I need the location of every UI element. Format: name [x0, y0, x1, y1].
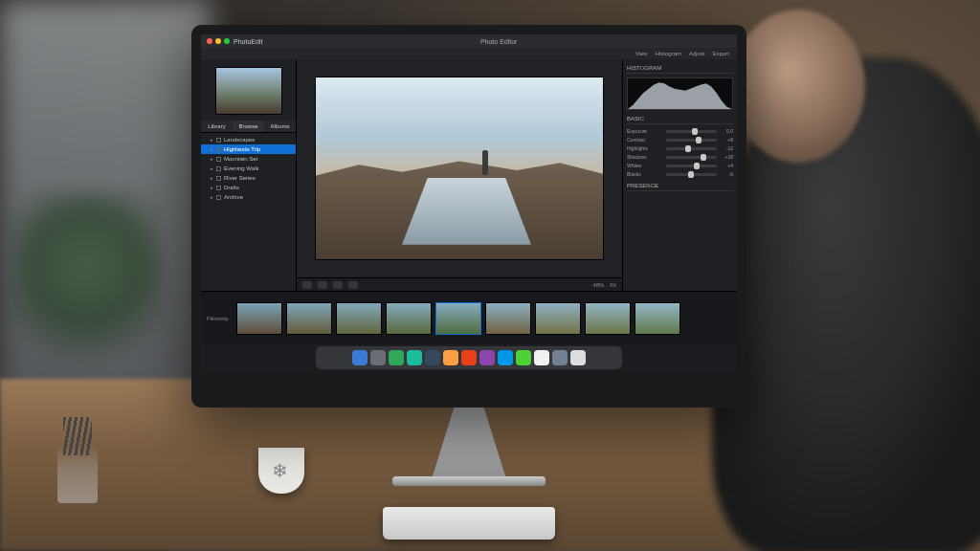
slider-knob[interactable] — [696, 137, 702, 143]
dock-app-icon[interactable] — [570, 350, 586, 365]
collection-label: Drafts — [224, 185, 239, 190]
compare-button[interactable] — [318, 281, 327, 289]
dock-app-icon[interactable] — [552, 350, 568, 365]
macos-dock — [316, 346, 622, 369]
dock-app-icon[interactable] — [370, 350, 386, 365]
maximize-button[interactable] — [224, 38, 230, 44]
presence-header: Presence — [627, 181, 733, 191]
close-button[interactable] — [207, 38, 212, 44]
slider-track[interactable] — [666, 156, 717, 159]
slider-track[interactable] — [666, 139, 717, 142]
toolbar-adjust[interactable]: Adjust — [689, 51, 705, 56]
collection-item[interactable]: ▸Landscapes — [201, 135, 296, 144]
slider-value: +4 — [720, 163, 733, 168]
toolbar-view[interactable]: View — [635, 51, 648, 56]
slider-knob[interactable] — [685, 145, 691, 152]
basic-sliders: Exposure0.0Contrast+8Highlights-12Shadow… — [627, 128, 733, 177]
zoom-value: 48% — [592, 282, 604, 288]
slider-label: Contrast — [627, 137, 663, 143]
titlebar: PhotoEdit Photo Editor — [201, 34, 737, 48]
sidebar-tab-library[interactable]: Library — [201, 121, 233, 132]
slider-track[interactable] — [666, 173, 717, 176]
dock-app-icon[interactable] — [516, 350, 531, 365]
visibility-checkbox[interactable] — [216, 157, 221, 162]
filmstrip-thumb[interactable] — [535, 302, 581, 335]
collection-item[interactable]: ▸Highlands Trip — [201, 144, 296, 154]
photo-canvas[interactable] — [316, 77, 603, 259]
keyboard — [383, 507, 555, 540]
histogram-header: Histogram — [627, 63, 733, 74]
slider-highlights: Highlights-12 — [627, 145, 733, 151]
navigator-preview[interactable] — [215, 67, 282, 115]
slider-track[interactable] — [666, 165, 717, 167]
slider-value: +8 — [720, 137, 733, 143]
slider-shadows: Shadows+18 — [627, 154, 733, 160]
rotate-button[interactable] — [348, 281, 358, 289]
slider-label: Highlights — [627, 145, 663, 151]
dock-app-icon[interactable] — [352, 350, 368, 365]
slider-knob[interactable] — [701, 154, 706, 161]
dock-app-icon[interactable] — [389, 350, 404, 365]
filmstrip-thumb[interactable] — [336, 302, 382, 335]
minimize-button[interactable] — [215, 38, 221, 44]
dock-app-icon[interactable] — [534, 350, 549, 365]
slider-exposure: Exposure0.0 — [627, 128, 733, 134]
slider-knob[interactable] — [688, 171, 694, 178]
toolbar-export[interactable]: Export — [713, 51, 729, 56]
visibility-checkbox[interactable] — [216, 195, 221, 200]
slider-value: 0.0 — [720, 128, 733, 134]
slider-track[interactable] — [666, 147, 717, 150]
collection-item[interactable]: ▸Drafts — [201, 183, 296, 192]
disclosure-triangle-icon: ▸ — [211, 165, 213, 171]
dock-app-icon[interactable] — [407, 350, 422, 365]
filmstrip-thumb[interactable] — [236, 302, 282, 335]
toolbar: View Histogram Adjust Export — [201, 48, 737, 59]
main-content: LibraryBrowseAlbums ▸Landscapes▸Highland… — [201, 59, 737, 291]
grid-toggle-button[interactable] — [302, 281, 312, 289]
visibility-checkbox[interactable] — [216, 138, 221, 143]
visibility-checkbox[interactable] — [216, 176, 221, 181]
canvas-area[interactable] — [297, 59, 622, 277]
dock-app-icon[interactable] — [498, 350, 513, 365]
slider-knob[interactable] — [692, 128, 698, 135]
fit-button[interactable]: Fit — [610, 282, 616, 288]
visibility-checkbox[interactable] — [216, 186, 221, 190]
app-menu-label[interactable]: PhotoEdit — [234, 38, 262, 45]
histogram-display[interactable] — [627, 77, 733, 110]
dock-app-icon[interactable] — [479, 350, 495, 365]
window-title: Photo Editor — [266, 38, 731, 45]
filmstrip-thumb[interactable] — [635, 302, 680, 335]
dock-app-icon[interactable] — [425, 350, 440, 365]
dock-app-icon[interactable] — [461, 350, 477, 365]
visibility-checkbox[interactable] — [216, 147, 221, 152]
collection-label: Landscapes — [224, 137, 255, 143]
slider-knob[interactable] — [694, 163, 700, 169]
sidebar-tabs: LibraryBrowseAlbums — [201, 121, 296, 133]
slider-label: Exposure — [627, 128, 663, 134]
slider-track[interactable] — [666, 130, 717, 133]
collection-label: River Series — [224, 175, 256, 181]
sidebar-tab-albums[interactable]: Albums — [264, 121, 296, 132]
collection-tree: ▸Landscapes▸Highlands Trip▸Mountain Set▸… — [201, 133, 296, 291]
crop-button[interactable] — [333, 281, 343, 289]
filmstrip-thumbs — [236, 302, 680, 335]
filmstrip-thumb[interactable] — [485, 302, 531, 335]
toolbar-histogram[interactable]: Histogram — [656, 51, 681, 56]
dock-app-icon[interactable] — [443, 350, 458, 365]
filmstrip-label: Filmstrip — [207, 316, 229, 321]
imac-stand-foot — [392, 476, 546, 486]
collection-label: Mountain Set — [224, 156, 257, 162]
collection-item[interactable]: ▸Evening Walk — [201, 164, 296, 173]
filmstrip-thumb[interactable] — [435, 302, 481, 335]
filmstrip-thumb[interactable] — [386, 302, 432, 335]
collection-item[interactable]: ▸Mountain Set — [201, 154, 296, 164]
visibility-checkbox[interactable] — [216, 166, 221, 171]
person-head — [731, 10, 865, 163]
collection-item[interactable]: ▸River Series — [201, 173, 296, 183]
collection-label: Highlands Trip — [224, 146, 260, 152]
sidebar-tab-browse[interactable]: Browse — [233, 121, 264, 132]
collection-item[interactable]: ▸Archive — [201, 192, 296, 202]
filmstrip-thumb[interactable] — [585, 302, 631, 335]
filmstrip-thumb[interactable] — [286, 302, 332, 335]
adjust-panel: Histogram Basic Exposure0.0Contrast+8Hig… — [622, 59, 737, 291]
